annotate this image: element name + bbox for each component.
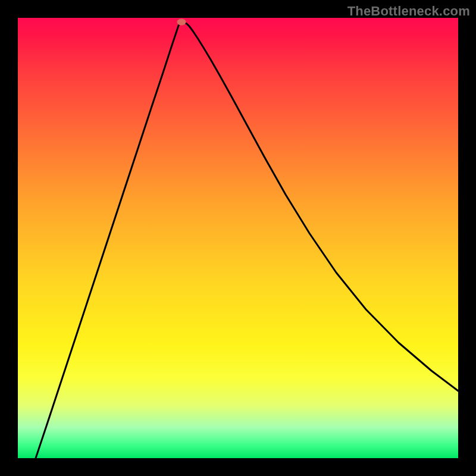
bottleneck-curve [18,18,458,458]
plot-area [18,18,458,458]
watermark-text: TheBottleneck.com [347,4,470,19]
curve-path [36,23,458,458]
chart-frame: TheBottleneck.com [0,0,476,476]
optimum-marker [177,19,186,26]
